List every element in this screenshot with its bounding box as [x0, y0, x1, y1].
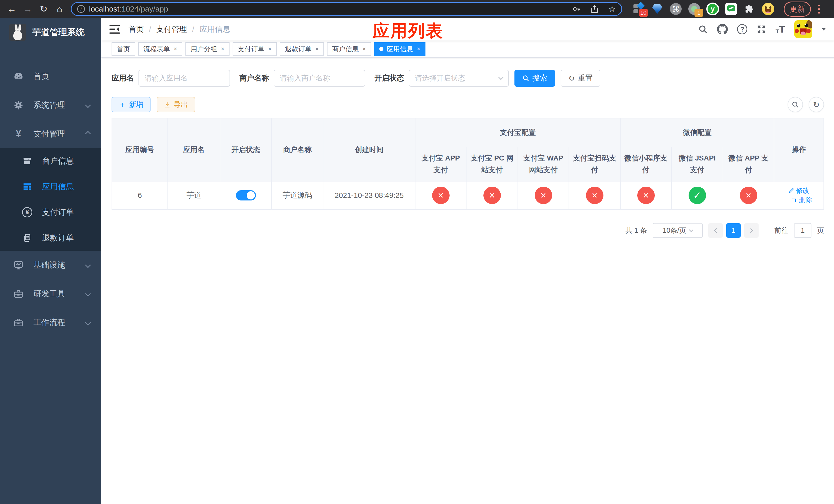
github-icon[interactable] — [717, 24, 728, 35]
tab-pay-order[interactable]: 支付订单× — [233, 42, 277, 55]
status-select[interactable]: 请选择开启状态 — [409, 70, 509, 87]
chevron-down-icon — [85, 320, 91, 326]
add-button[interactable]: ＋ 新增 — [112, 97, 151, 112]
browser-menu-icon[interactable] — [818, 5, 820, 14]
address-bar[interactable]: i localhost:1024/pay/app ☆ — [71, 2, 622, 16]
chevron-down-icon — [85, 291, 91, 297]
browser-profile-avatar[interactable] — [762, 3, 774, 15]
user-avatar[interactable] — [794, 20, 812, 38]
search-icon[interactable] — [698, 24, 708, 34]
edit-link[interactable]: 修改 — [788, 186, 809, 195]
next-page-button[interactable] — [744, 223, 759, 238]
forward-icon[interactable]: → — [21, 2, 35, 16]
tab-process-form[interactable]: 流程表单× — [138, 42, 182, 55]
col-header-app-name: 应用名 — [168, 118, 220, 181]
close-icon[interactable]: × — [174, 45, 177, 52]
cell-wechat-app: × — [723, 181, 774, 209]
current-page-button[interactable]: 1 — [726, 223, 741, 238]
extension-y-icon[interactable]: y — [706, 3, 719, 15]
sidebar-item-system[interactable]: 系统管理 — [0, 91, 101, 119]
sidebar-item-label: 支付订单 — [42, 207, 74, 217]
config-status-icon: × — [483, 187, 501, 204]
col-header-alipay-app: 支付宝 APP 支付 — [415, 147, 466, 181]
cell-alipay-qr: × — [569, 181, 620, 209]
page-annotation-title: 应用列表 — [373, 20, 443, 43]
status-label: 开启状态 — [374, 73, 404, 83]
help-icon[interactable]: ? — [737, 24, 747, 35]
merchant-name-input[interactable] — [273, 70, 365, 87]
avatar-caret-icon[interactable] — [821, 28, 826, 33]
share-icon[interactable] — [590, 5, 598, 13]
password-key-icon[interactable] — [572, 5, 580, 13]
goto-page-input[interactable] — [794, 223, 811, 238]
close-icon[interactable]: × — [268, 45, 271, 52]
merchant-name-label: 商户名称 — [239, 73, 269, 83]
export-button[interactable]: 导出 — [157, 97, 195, 112]
back-icon[interactable]: ← — [5, 2, 19, 16]
tab-app-info[interactable]: 应用信息× — [374, 42, 425, 55]
col-header-alipay-wap: 支付宝 WAP 网站支付 — [518, 147, 569, 181]
delete-link[interactable]: 删除 — [791, 196, 812, 204]
home-icon[interactable]: ⌂ — [53, 2, 66, 16]
breadcrumb-home[interactable]: 首页 — [129, 24, 144, 35]
col-group-alipay: 支付宝配置 — [415, 118, 620, 147]
extension-record-icon[interactable]: 1 — [688, 3, 701, 15]
tab-merchant-info[interactable]: 商户信息× — [327, 42, 371, 55]
breadcrumb-app-info: 应用信息 — [199, 24, 230, 35]
chevron-down-icon — [689, 228, 694, 232]
app-name-label: 应用名 — [112, 73, 134, 83]
col-header-wechat-app: 微信 APP 支付 — [723, 147, 774, 181]
bookmark-star-icon[interactable]: ☆ — [608, 4, 616, 14]
tab-refund-order[interactable]: 退款订单× — [280, 42, 324, 55]
status-toggle[interactable] — [236, 190, 256, 201]
close-icon[interactable]: × — [363, 45, 366, 52]
sidebar-item-pay-order[interactable]: ¥ 支付订单 — [0, 200, 101, 225]
app-table: 应用编号 应用名 开启状态 商户名称 创建时间 支付宝配置 微信配置 操作 支付… — [112, 118, 824, 210]
refresh-table-button[interactable]: ↻ — [809, 97, 824, 112]
logo-avatar — [9, 24, 26, 41]
sidebar-item-app-info[interactable]: 应用信息 — [0, 174, 101, 200]
col-header-wechat-jsapi: 微信 JSAPI 支付 — [672, 147, 723, 181]
tab-home[interactable]: 首页 — [112, 42, 135, 55]
fullscreen-icon[interactable] — [756, 24, 766, 34]
sidebar-item-dev-tools[interactable]: 研发工具 — [0, 279, 101, 308]
chrome-update-button[interactable]: 更新 — [784, 2, 811, 17]
font-size-icon[interactable]: TT — [775, 24, 785, 35]
extension-gem-icon[interactable] — [651, 3, 664, 15]
sidebar-item-label: 基础设施 — [33, 260, 65, 271]
search-button[interactable]: 搜索 — [514, 70, 555, 87]
app-name-input[interactable] — [138, 70, 230, 87]
prev-page-button[interactable] — [708, 223, 723, 238]
sidebar-item-refund-order[interactable]: 退款订单 — [0, 225, 101, 251]
close-icon[interactable]: × — [315, 45, 319, 52]
site-info-icon[interactable]: i — [77, 5, 85, 13]
trash-icon — [791, 197, 797, 203]
cell-wechat-jsapi: ✓ — [672, 181, 723, 209]
top-navbar: 首页 / 支付管理 / 应用信息 ? — [101, 18, 834, 41]
sidebar-fold-icon[interactable] — [110, 25, 120, 34]
extension-chat-icon[interactable] — [725, 3, 738, 15]
extensions-puzzle-icon[interactable] — [743, 3, 756, 15]
sidebar-item-merchant-info[interactable]: 商户信息 — [0, 148, 101, 174]
sidebar-item-label: 应用信息 — [42, 181, 74, 192]
sidebar-logo[interactable]: 芋道管理系统 — [0, 18, 101, 47]
close-icon[interactable]: × — [417, 45, 420, 52]
close-icon[interactable]: × — [221, 45, 224, 52]
toolbox-icon — [12, 289, 25, 299]
refresh-icon: ↻ — [813, 100, 819, 109]
pen-icon — [788, 187, 794, 193]
reload-icon[interactable]: ↻ — [37, 2, 50, 16]
extension-diamond-icon[interactable]: 10 — [632, 3, 645, 15]
extension-command-icon[interactable]: ⌘ — [670, 3, 682, 15]
reset-button[interactable]: ↻ 重置 — [561, 70, 600, 87]
toggle-search-button[interactable] — [788, 97, 803, 112]
config-status-icon: ✓ — [688, 187, 706, 204]
page-size-select[interactable]: 10条/页 — [653, 223, 703, 238]
tab-user-group[interactable]: 用户分组× — [185, 42, 229, 55]
sidebar-item-home[interactable]: 首页 — [0, 62, 101, 91]
breadcrumb-payment[interactable]: 支付管理 — [156, 24, 187, 35]
sidebar-item-payment[interactable]: ¥ 支付管理 — [0, 119, 101, 148]
sidebar-item-workflow[interactable]: 工作流程 — [0, 308, 101, 337]
sidebar-item-infrastructure[interactable]: 基础设施 — [0, 251, 101, 279]
chevron-down-icon — [85, 102, 91, 108]
